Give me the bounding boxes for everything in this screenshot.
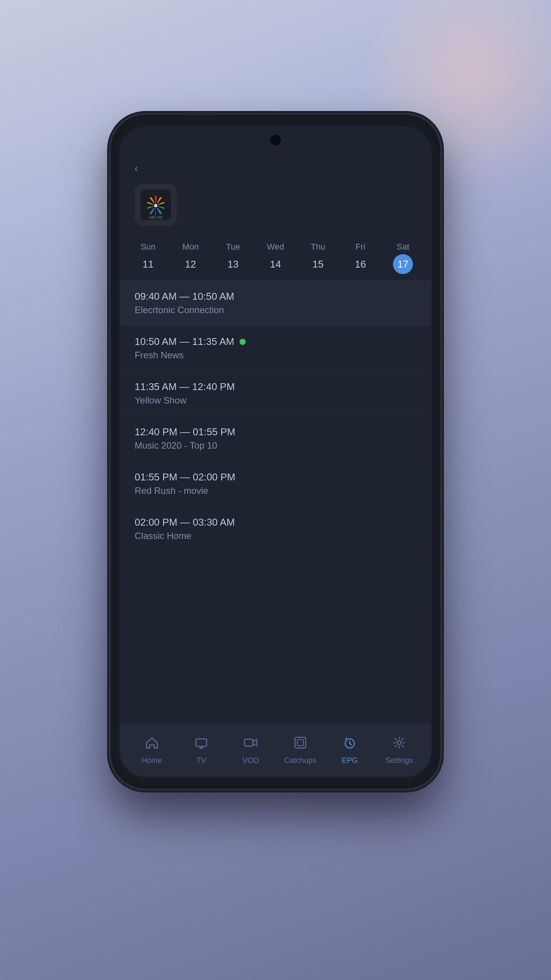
nav-label: Settings xyxy=(385,756,413,765)
gear-icon xyxy=(392,736,406,753)
nav-item-vod[interactable]: VOD xyxy=(231,736,270,765)
program-name: Yellow Show xyxy=(135,395,416,406)
date-selector: Sun 11 Mon 12 Tue 13 Wed 14 Thu 15 Fri 1… xyxy=(119,237,432,280)
nav-label: Home xyxy=(142,756,162,765)
program-item[interactable]: 10:50 AM — 11:35 AM Fresh News xyxy=(119,326,432,371)
phone-screen: ‹ xyxy=(119,126,432,777)
program-time: 02:00 PM — 03:30 AM xyxy=(135,516,416,528)
svg-rect-6 xyxy=(295,737,306,748)
channel-header: NBC HD xyxy=(119,180,432,237)
program-name: Fresh News xyxy=(135,350,416,361)
nav-item-catchups[interactable]: Catchups xyxy=(281,736,320,765)
program-time-text: 10:50 AM — 11:35 AM xyxy=(135,336,234,348)
program-item[interactable]: 02:00 PM — 03:30 AM Classic Home xyxy=(119,506,432,552)
svg-point-9 xyxy=(397,741,401,745)
day-item-wed[interactable]: Wed 14 xyxy=(262,242,289,274)
program-item[interactable]: 01:55 PM — 02:00 PM Red Rush - movie xyxy=(119,461,432,506)
day-num: 16 xyxy=(350,254,370,274)
channel-logo: NBC HD xyxy=(135,184,177,226)
nav-label: TV xyxy=(196,756,206,765)
square-icon xyxy=(293,736,307,753)
program-time: 10:50 AM — 11:35 AM xyxy=(135,336,416,348)
tv-icon xyxy=(194,736,208,753)
nav-item-tv[interactable]: TV xyxy=(182,736,220,765)
live-dot xyxy=(240,339,246,345)
day-name: Sat xyxy=(396,242,409,252)
days-row: Sun 11 Mon 12 Tue 13 Wed 14 Thu 15 Fri 1… xyxy=(135,242,416,274)
program-time: 11:35 AM — 12:40 PM xyxy=(135,381,416,393)
home-icon xyxy=(145,736,159,753)
day-num: 12 xyxy=(181,254,201,274)
program-name: Music 2020 - Top 10 xyxy=(135,440,416,451)
program-time-text: 11:35 AM — 12:40 PM xyxy=(135,381,235,393)
camera-notch xyxy=(270,135,281,145)
day-item-tue[interactable]: Tue 13 xyxy=(220,242,246,274)
program-item[interactable]: 12:40 PM — 01:55 PM Music 2020 - Top 10 xyxy=(119,416,432,461)
day-num: 15 xyxy=(308,254,328,274)
program-list: 09:40 AM — 10:50 AM Elecrtonic Connectio… xyxy=(119,281,432,724)
nav-item-settings[interactable]: Settings xyxy=(380,736,418,765)
program-time-text: 09:40 AM — 10:50 AM xyxy=(135,291,234,302)
program-time-text: 02:00 PM — 03:30 AM xyxy=(135,516,235,528)
program-time-text: 01:55 PM — 02:00 PM xyxy=(135,471,235,483)
program-item[interactable]: 09:40 AM — 10:50 AM Elecrtonic Connectio… xyxy=(119,281,432,326)
program-time-text: 12:40 PM — 01:55 PM xyxy=(135,426,235,438)
back-button[interactable]: ‹ xyxy=(119,157,432,180)
program-time: 09:40 AM — 10:50 AM xyxy=(135,291,416,302)
svg-rect-5 xyxy=(245,739,253,746)
day-name: Tue xyxy=(226,242,240,252)
day-name: Wed xyxy=(267,242,284,252)
svg-text:NBC HD: NBC HD xyxy=(149,216,163,219)
day-item-fri[interactable]: Fri 16 xyxy=(347,242,374,274)
svg-rect-4 xyxy=(196,739,207,746)
bottom-nav: Home TV VOD Catchups EPG Settings xyxy=(119,724,432,777)
program-time: 12:40 PM — 01:55 PM xyxy=(135,426,416,438)
refresh-icon xyxy=(343,736,357,753)
nav-label: Catchups xyxy=(284,756,316,765)
program-item[interactable]: 11:35 AM — 12:40 PM Yellow Show xyxy=(119,371,432,416)
video-camera-icon xyxy=(244,736,258,753)
back-chevron-icon: ‹ xyxy=(135,163,138,174)
nbc-peacock-icon: NBC HD xyxy=(140,189,171,220)
day-num: 17 xyxy=(393,254,413,274)
svg-point-2 xyxy=(154,204,157,207)
day-item-thu[interactable]: Thu 15 xyxy=(305,242,331,274)
phone-mockup: ‹ xyxy=(111,115,440,789)
day-num: 13 xyxy=(223,254,243,274)
svg-rect-7 xyxy=(297,740,303,746)
program-name: Elecrtonic Connection xyxy=(135,305,416,315)
screen-content: ‹ xyxy=(119,126,432,777)
day-num: 14 xyxy=(266,254,285,274)
day-item-mon[interactable]: Mon 12 xyxy=(177,242,204,274)
program-name: Classic Home xyxy=(135,531,416,541)
day-num: 11 xyxy=(138,254,158,274)
day-name: Sun xyxy=(140,242,155,252)
day-item-sun[interactable]: Sun 11 xyxy=(135,242,161,274)
nav-item-epg[interactable]: EPG xyxy=(331,736,369,765)
nav-item-home[interactable]: Home xyxy=(133,736,171,765)
program-name: Red Rush - movie xyxy=(135,485,416,496)
nav-label: EPG xyxy=(342,756,358,765)
day-name: Thu xyxy=(311,242,325,252)
day-item-sat[interactable]: Sat 17 xyxy=(390,242,416,274)
program-time: 01:55 PM — 02:00 PM xyxy=(135,471,416,483)
day-name: Mon xyxy=(183,242,199,252)
day-name: Fri xyxy=(355,242,365,252)
nav-label: VOD xyxy=(243,756,259,765)
